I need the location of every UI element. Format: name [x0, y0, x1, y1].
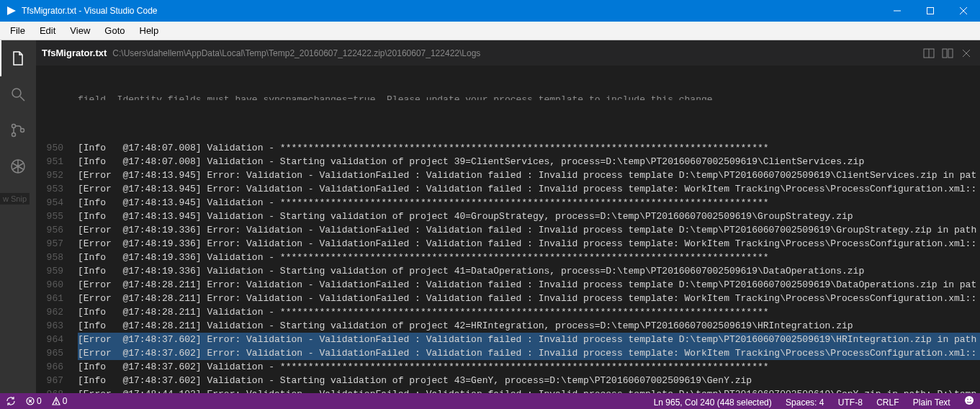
line-content: [Info @17:48:37.602] Validation - Starti…: [78, 374, 980, 387]
editor-line[interactable]: 956[Error @17:48:19.336] Error: Validati…: [36, 223, 980, 237]
split-editor-button[interactable]: [921, 45, 937, 61]
search-activity[interactable]: [0, 76, 36, 112]
svg-rect-1: [927, 8, 934, 14]
svg-point-21: [965, 396, 974, 405]
truncated-line: field. Identity fields must have syncnam…: [36, 93, 980, 100]
tab-filename[interactable]: TfsMigrator.txt: [42, 48, 107, 58]
line-content: [Error @17:48:13.945] Error: Validation …: [78, 182, 980, 196]
editor-line[interactable]: 966[Info @17:48:37.602] Validation - ***…: [36, 360, 980, 374]
line-number: 960: [36, 278, 78, 292]
editor-line[interactable]: 957[Error @17:48:19.336] Error: Validati…: [36, 237, 980, 251]
activity-bar: [0, 40, 36, 393]
menu-view[interactable]: View: [63, 24, 97, 37]
warning-icon: [52, 397, 60, 405]
status-warnings[interactable]: 0: [52, 396, 68, 406]
svg-point-8: [21, 129, 24, 132]
menu-goto[interactable]: Goto: [97, 24, 132, 37]
line-number: 959: [36, 264, 78, 278]
split-icon: [923, 48, 935, 59]
editor-line[interactable]: 953[Error @17:48:13.945] Error: Validati…: [36, 182, 980, 196]
text-editor[interactable]: field. Identity fields must have syncnam…: [36, 66, 980, 393]
line-content: [Info @17:48:19.336] Validation - Starti…: [78, 264, 980, 278]
git-activity[interactable]: [0, 112, 36, 148]
svg-point-7: [12, 133, 16, 137]
line-content: [Error @17:48:28.211] Error: Validation …: [78, 292, 980, 305]
status-git-sync[interactable]: [6, 396, 16, 406]
line-number: 957: [36, 237, 78, 251]
tab-filepath: C:\Users\dahellem\AppData\Local\Temp\Tem…: [112, 48, 480, 58]
editor-line[interactable]: 964[Error @17:48:37.602] Error: Validati…: [36, 333, 980, 346]
tab-bar: TfsMigrator.txt C:\Users\dahellem\AppDat…: [36, 40, 980, 66]
line-content: [Error @17:48:28.211] Error: Validation …: [78, 278, 980, 292]
line-content: [Info @17:48:07.008] Validation - Starti…: [78, 155, 980, 168]
close-editor-button[interactable]: [958, 45, 974, 61]
line-content: [Info @17:48:07.008] Validation - ******…: [78, 141, 980, 155]
svg-rect-12: [943, 49, 947, 58]
status-eol[interactable]: CRLF: [876, 397, 899, 408]
error-icon: [26, 397, 35, 405]
line-content: [Error @17:48:19.336] Error: Validation …: [78, 223, 980, 237]
line-content: [Info @17:48:19.336] Validation - ******…: [78, 251, 980, 264]
minimize-button[interactable]: [881, 0, 914, 22]
editor-line[interactable]: 962[Info @17:48:28.211] Validation - ***…: [36, 305, 980, 319]
status-feedback[interactable]: [964, 395, 974, 405]
line-number: 955: [36, 210, 78, 223]
menu-help[interactable]: Help: [132, 24, 166, 37]
line-number: 961: [36, 292, 78, 305]
editor-area: TfsMigrator.txt C:\Users\dahellem\AppDat…: [36, 40, 980, 393]
line-number: 967: [36, 374, 78, 387]
debug-activity[interactable]: [0, 148, 36, 184]
maximize-button[interactable]: [914, 0, 947, 22]
line-number: 950: [36, 141, 78, 155]
line-number: 968: [36, 387, 78, 393]
line-content: [Error @17:48:19.336] Error: Validation …: [78, 237, 980, 251]
window-title: TfsMigrator.txt - Visual Studio Code: [22, 6, 158, 16]
files-icon: [9, 50, 27, 67]
editor-line[interactable]: 950[Info @17:48:07.008] Validation - ***…: [36, 141, 980, 155]
close-button[interactable]: [947, 0, 980, 22]
line-number: 963: [36, 319, 78, 333]
editor-line[interactable]: 961[Error @17:48:28.211] Error: Validati…: [36, 292, 980, 305]
editor-line[interactable]: 968[Error @17:48:44.102] Error: Validati…: [36, 387, 980, 393]
line-content: [Info @17:48:13.945] Validation - ******…: [78, 196, 980, 210]
line-content: [Error @17:48:37.602] Error: Validation …: [78, 346, 980, 360]
svg-point-6: [12, 125, 16, 128]
editor-line[interactable]: 951[Info @17:48:07.008] Validation - Sta…: [36, 155, 980, 168]
status-errors[interactable]: 0: [26, 396, 42, 406]
menu-file[interactable]: File: [3, 24, 32, 37]
svg-rect-13: [948, 49, 953, 58]
bug-icon: [9, 158, 27, 175]
line-content: [Error @17:48:37.602] Error: Validation …: [78, 333, 980, 346]
editor-line[interactable]: 963[Info @17:48:28.211] Validation - Sta…: [36, 319, 980, 333]
explorer-activity[interactable]: [0, 40, 36, 76]
line-content: [Error @17:48:44.102] Error: Validation …: [78, 387, 980, 393]
status-cursor[interactable]: Ln 965, Col 240 (448 selected): [654, 397, 772, 408]
editor-line[interactable]: 960[Error @17:48:28.211] Error: Validati…: [36, 278, 980, 292]
editor-line[interactable]: 967[Info @17:48:37.602] Validation - Sta…: [36, 374, 980, 387]
svg-point-23: [970, 398, 971, 400]
line-content: [Info @17:48:37.602] Validation - ******…: [78, 360, 980, 374]
line-number: 954: [36, 196, 78, 210]
editor-line[interactable]: 958[Info @17:48:19.336] Validation - ***…: [36, 251, 980, 264]
line-content: [Info @17:48:28.211] Validation - Starti…: [78, 319, 980, 333]
editor-line[interactable]: 952[Error @17:48:13.945] Error: Validati…: [36, 168, 980, 182]
svg-line-5: [20, 96, 24, 101]
editor-line[interactable]: 954[Info @17:48:13.945] Validation - ***…: [36, 196, 980, 210]
line-number: 965: [36, 346, 78, 360]
svg-point-4: [12, 89, 21, 97]
snip-overlay: w Snip: [0, 193, 30, 204]
menu-edit[interactable]: Edit: [32, 24, 63, 37]
status-encoding[interactable]: UTF-8: [838, 397, 863, 408]
status-mode[interactable]: Plain Text: [913, 397, 950, 408]
line-number: 958: [36, 251, 78, 264]
svg-point-22: [967, 398, 968, 400]
status-spaces[interactable]: Spaces: 4: [786, 397, 824, 408]
editor-line[interactable]: 965[Error @17:48:37.602] Error: Validati…: [36, 346, 980, 360]
editor-line[interactable]: 955[Info @17:48:13.945] Validation - Sta…: [36, 210, 980, 223]
git-icon: [9, 122, 27, 139]
more-actions-button[interactable]: [940, 45, 956, 61]
line-number: 951: [36, 155, 78, 168]
overflow-icon: [942, 48, 953, 59]
line-number: 956: [36, 223, 78, 237]
editor-line[interactable]: 959[Info @17:48:19.336] Validation - Sta…: [36, 264, 980, 278]
